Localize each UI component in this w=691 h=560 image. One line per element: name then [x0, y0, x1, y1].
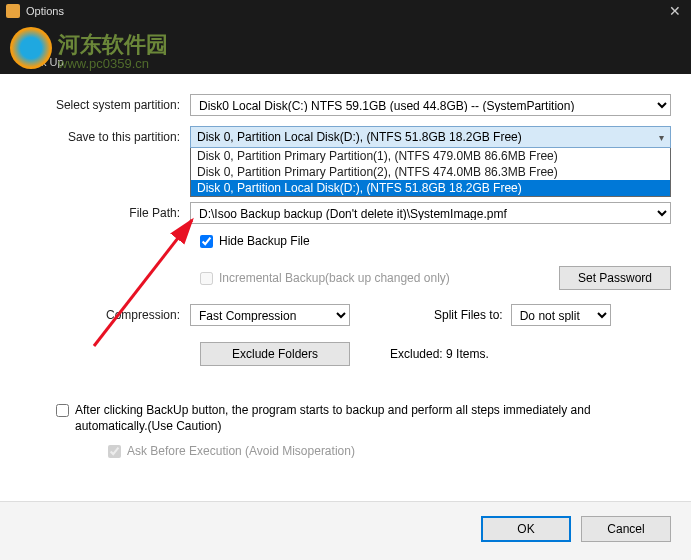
footer: OK Cancel [0, 501, 691, 560]
file-path-select[interactable]: D:\Isoo Backup backup (Don't delete it)\… [190, 202, 671, 224]
incremental-password-row: Incremental Backup(back up changed only)… [20, 266, 671, 290]
window-title: Options [26, 5, 665, 17]
header: Back Up 河东软件园 www.pc0359.cn [0, 22, 691, 74]
hide-backup-row: Hide Backup File [200, 234, 671, 248]
ok-button[interactable]: OK [481, 516, 571, 542]
app-icon [6, 4, 20, 18]
logo-icon [10, 27, 52, 69]
content: Select system partition: Disk0 Local Dis… [0, 74, 691, 458]
watermark-text-1: 河东软件园 [58, 32, 168, 57]
hide-backup-label: Hide Backup File [219, 234, 310, 248]
auto-backup-checkbox[interactable] [56, 404, 69, 417]
compression-select[interactable]: Fast Compression [190, 304, 350, 326]
file-path-label: File Path: [20, 206, 190, 220]
auto-backup-row: After clicking BackUp button, the progra… [56, 402, 651, 434]
incremental-row: Incremental Backup(back up changed only) [200, 271, 450, 285]
save-to-label: Save to this partition: [20, 130, 190, 144]
close-icon[interactable]: ✕ [665, 3, 685, 19]
system-partition-label: Select system partition: [20, 98, 190, 112]
hide-backup-checkbox[interactable] [200, 235, 213, 248]
save-to-select[interactable]: Disk 0, Partition Local Disk(D:), (NTFS … [190, 126, 671, 148]
incremental-checkbox [200, 272, 213, 285]
chevron-down-icon: ▾ [659, 132, 664, 143]
split-label: Split Files to: [434, 308, 503, 322]
save-to-dropdown-list: Disk 0, Partition Primary Partition(1), … [190, 148, 671, 197]
save-to-option-1[interactable]: Disk 0, Partition Primary Partition(2), … [191, 164, 670, 180]
ask-before-row: Ask Before Execution (Avoid Misoperation… [108, 444, 671, 458]
split-select[interactable]: Do not split [511, 304, 611, 326]
system-partition-row: Select system partition: Disk0 Local Dis… [20, 94, 671, 116]
save-to-option-2[interactable]: Disk 0, Partition Local Disk(D:), (NTFS … [191, 180, 670, 196]
save-to-selected-text: Disk 0, Partition Local Disk(D:), (NTFS … [197, 130, 522, 144]
exclude-folders-button[interactable]: Exclude Folders [200, 342, 350, 366]
system-partition-select[interactable]: Disk0 Local Disk(C:) NTFS 59.1GB (used 4… [190, 94, 671, 116]
auto-backup-label: After clicking BackUp button, the progra… [75, 402, 651, 434]
watermark-text-2: www.pc0359.cn [58, 56, 168, 71]
cancel-button[interactable]: Cancel [581, 516, 671, 542]
compression-label: Compression: [20, 308, 190, 322]
excluded-items-text: Excluded: 9 Items. [390, 347, 489, 361]
file-path-row: File Path: D:\Isoo Backup backup (Don't … [20, 202, 671, 224]
save-to-selected[interactable]: Disk 0, Partition Local Disk(D:), (NTFS … [190, 126, 671, 148]
set-password-button[interactable]: Set Password [559, 266, 671, 290]
save-to-option-0[interactable]: Disk 0, Partition Primary Partition(1), … [191, 148, 670, 164]
ask-before-checkbox [108, 445, 121, 458]
watermark: 河东软件园 www.pc0359.cn [58, 30, 168, 71]
save-to-row: Save to this partition: Disk 0, Partitio… [20, 126, 671, 148]
incremental-label: Incremental Backup(back up changed only) [219, 271, 450, 285]
ask-before-label: Ask Before Execution (Avoid Misoperation… [127, 444, 355, 458]
compression-row: Compression: Fast Compression Split File… [20, 304, 671, 326]
titlebar: Options ✕ [0, 0, 691, 22]
exclude-row: Exclude Folders Excluded: 9 Items. [200, 342, 671, 366]
